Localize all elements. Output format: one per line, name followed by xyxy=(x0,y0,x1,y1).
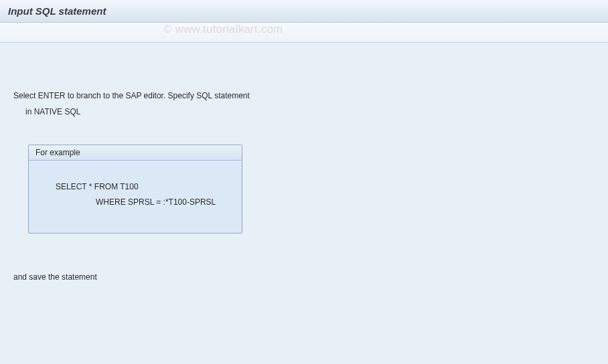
instruction-line-2: in NATIVE SQL xyxy=(13,106,595,118)
page-title: Input SQL statement xyxy=(8,5,106,17)
content-area: Select ENTER to branch to the SAP editor… xyxy=(0,43,608,295)
title-bar: Input SQL statement xyxy=(0,0,608,23)
example-sql-line-1: SELECT * FROM T100 xyxy=(35,179,235,195)
example-box-header: For example xyxy=(29,145,242,161)
example-box-body: SELECT * FROM T100 WHERE SPRSL = :*T100-… xyxy=(29,161,242,233)
toolbar-strip xyxy=(0,23,608,43)
save-instruction: and save the statement xyxy=(13,272,595,282)
instruction-line-1: Select ENTER to branch to the SAP editor… xyxy=(13,90,595,102)
example-sql-line-2: WHERE SPRSL = :*T100-SPRSL xyxy=(35,195,235,210)
example-box: For example SELECT * FROM T100 WHERE SPR… xyxy=(28,145,242,234)
